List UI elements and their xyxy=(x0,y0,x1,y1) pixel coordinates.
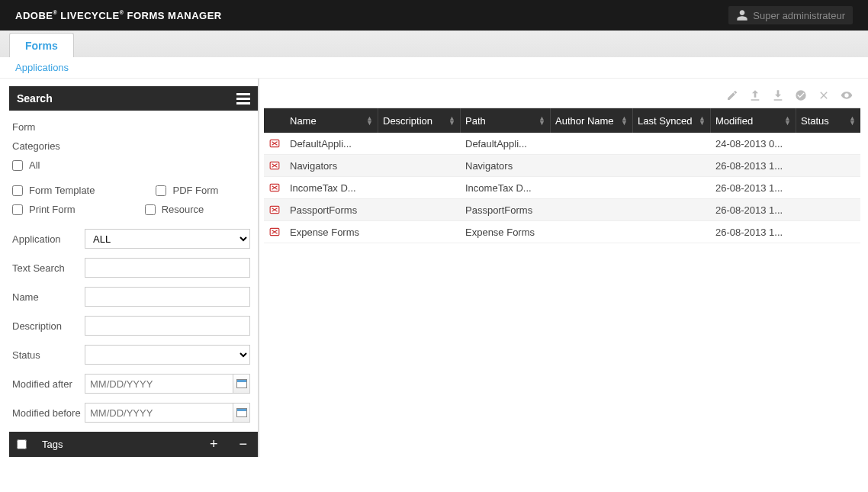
pdf-form-label: PDF Form xyxy=(172,185,218,196)
cell-name: PassportForms xyxy=(285,204,378,216)
resource-checkbox[interactable] xyxy=(145,204,156,215)
form-label: Form xyxy=(12,121,250,133)
column-name[interactable]: Name▲▼ xyxy=(285,108,378,133)
description-label: Description xyxy=(12,320,85,332)
cell-modified: 26-08-2013 1... xyxy=(711,204,796,216)
table-row[interactable]: IncomeTax D...IncomeTax D...26-08-2013 1… xyxy=(264,177,860,199)
filters: Form Categories All Form Template PDF Fo… xyxy=(9,111,258,423)
categories-label: Categories xyxy=(12,140,250,152)
column-description[interactable]: Description▲▼ xyxy=(378,108,461,133)
name-label: Name xyxy=(12,291,85,303)
all-checkbox[interactable] xyxy=(12,160,23,171)
cell-path: Navigators xyxy=(461,160,551,172)
column-status[interactable]: Status▲▼ xyxy=(796,108,860,133)
row-type-icon xyxy=(264,160,285,171)
row-type-icon xyxy=(264,227,285,237)
row-type-icon xyxy=(264,138,285,149)
tags-add-button[interactable]: + xyxy=(207,436,221,452)
calendar-icon xyxy=(236,379,247,388)
edit-icon[interactable] xyxy=(726,89,738,101)
cell-path: IncomeTax D... xyxy=(461,182,551,194)
status-label: Status xyxy=(12,349,85,361)
tabstrip: Forms xyxy=(0,31,868,57)
eye-icon[interactable] xyxy=(841,89,853,101)
pdf-form-checkbox[interactable] xyxy=(156,185,166,196)
user-icon xyxy=(736,9,748,21)
close-icon[interactable] xyxy=(818,89,830,101)
modified-before-input[interactable] xyxy=(85,403,233,423)
print-form-checkbox[interactable] xyxy=(12,204,23,215)
text-search-label: Text Search xyxy=(12,262,85,274)
tags-checkbox[interactable] xyxy=(17,439,27,449)
table-row[interactable]: DefaultAppli...DefaultAppli...24-08-2013… xyxy=(264,133,860,155)
description-input[interactable] xyxy=(85,316,250,336)
row-type-icon xyxy=(264,182,285,193)
search-panel-header: Search xyxy=(9,86,258,111)
menu-icon[interactable] xyxy=(236,93,250,105)
cell-name: Navigators xyxy=(285,160,378,172)
toolbar xyxy=(264,86,860,108)
column-modified[interactable]: Modified▲▼ xyxy=(711,108,796,133)
cell-path: Expense Forms xyxy=(461,227,551,238)
sidebar: Search Form Categories All Form Template… xyxy=(0,79,259,457)
cell-modified: 26-08-2013 1... xyxy=(711,182,796,194)
grid-body: DefaultAppli...DefaultAppli...24-08-2013… xyxy=(264,133,860,243)
cell-modified: 26-08-2013 1... xyxy=(711,160,796,172)
status-select[interactable] xyxy=(85,345,250,365)
modified-before-calendar-button[interactable] xyxy=(233,403,250,423)
all-label: All xyxy=(29,159,40,171)
cell-modified: 24-08-2013 0... xyxy=(711,138,796,150)
row-type-icon xyxy=(264,204,285,215)
user-label: Super administrateur xyxy=(753,10,845,21)
table-row[interactable]: NavigatorsNavigators26-08-2013 1... xyxy=(264,155,860,177)
application-label: Application xyxy=(12,233,85,245)
cell-name: Expense Forms xyxy=(285,227,378,238)
download-icon[interactable] xyxy=(772,89,784,101)
brand: ADOBE® LIVECYCLE® FORMS MANAGER xyxy=(15,10,222,21)
cell-name: DefaultAppli... xyxy=(285,138,378,150)
upload-icon[interactable] xyxy=(749,89,761,101)
search-title: Search xyxy=(17,92,53,105)
content: Name▲▼ Description▲▼ Path▲▼ Author Name▲… xyxy=(259,79,868,457)
subbar: Applications xyxy=(0,57,868,79)
calendar-icon xyxy=(236,408,247,417)
applications-link[interactable]: Applications xyxy=(15,62,69,73)
grid-header: Name▲▼ Description▲▼ Path▲▼ Author Name▲… xyxy=(264,108,860,133)
cell-path: PassportForms xyxy=(461,204,551,216)
cell-path: DefaultAppli... xyxy=(461,138,551,150)
cell-name: IncomeTax D... xyxy=(285,182,378,194)
topbar: ADOBE® LIVECYCLE® FORMS MANAGER Super ad… xyxy=(0,0,868,31)
modified-before-label: Modified before xyxy=(12,407,85,419)
tags-label: Tags xyxy=(42,439,63,450)
name-input[interactable] xyxy=(85,287,250,307)
application-select[interactable]: ALL xyxy=(85,229,250,249)
form-template-checkbox[interactable] xyxy=(12,185,23,196)
tab-forms[interactable]: Forms xyxy=(9,33,74,57)
print-form-label: Print Form xyxy=(29,204,76,215)
modified-after-calendar-button[interactable] xyxy=(233,374,250,394)
main: Search Form Categories All Form Template… xyxy=(0,79,868,457)
column-sync[interactable]: Last Synced▲▼ xyxy=(633,108,711,133)
tags-panel-header: Tags + − xyxy=(9,432,258,457)
check-icon[interactable] xyxy=(795,89,807,101)
resource-label: Resource xyxy=(162,204,204,215)
table-row[interactable]: PassportFormsPassportForms26-08-2013 1..… xyxy=(264,199,860,221)
tags-remove-button[interactable]: − xyxy=(236,436,250,452)
modified-after-input[interactable] xyxy=(85,374,233,394)
modified-after-label: Modified after xyxy=(12,378,85,390)
column-author[interactable]: Author Name▲▼ xyxy=(551,108,633,133)
cell-modified: 26-08-2013 1... xyxy=(711,227,796,238)
table-row[interactable]: Expense FormsExpense Forms26-08-2013 1..… xyxy=(264,221,860,243)
column-path[interactable]: Path▲▼ xyxy=(461,108,551,133)
user-menu[interactable]: Super administrateur xyxy=(728,6,853,24)
text-search-input[interactable] xyxy=(85,258,250,278)
form-template-label: Form Template xyxy=(29,185,95,196)
